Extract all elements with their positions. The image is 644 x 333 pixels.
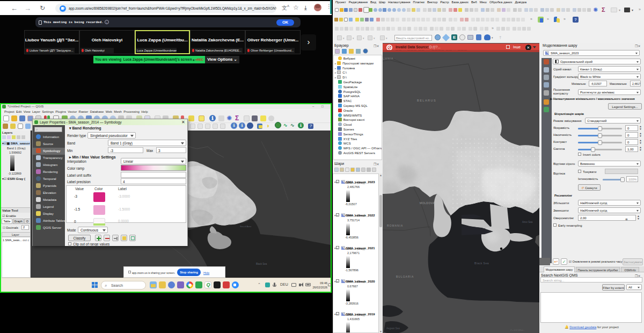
svg-text:Azov Sea: Azov Sea [522, 221, 533, 223]
svg-text:2 + 0 0 5 Esri...: 2 + 0 0 5 Esri... [510, 329, 525, 331]
svg-text:BELARUS: BELARUS [417, 99, 436, 102]
svg-text:Sea of Azov: Sea of Azov [240, 225, 251, 228]
svg-text:MOLDOVA: MOLDOVA [420, 201, 435, 205]
svg-text:BULGARIA: BULGARIA [396, 275, 414, 278]
svg-text:Black Sea: Black Sea [474, 262, 489, 265]
svg-text:ROMANIA: ROMANIA [387, 224, 403, 227]
svg-text:Aegean Sea: Aegean Sea [386, 327, 400, 330]
svg-text:Black Sea: Black Sea [256, 263, 267, 265]
svg-text:UANIA: UANIA [383, 57, 393, 60]
